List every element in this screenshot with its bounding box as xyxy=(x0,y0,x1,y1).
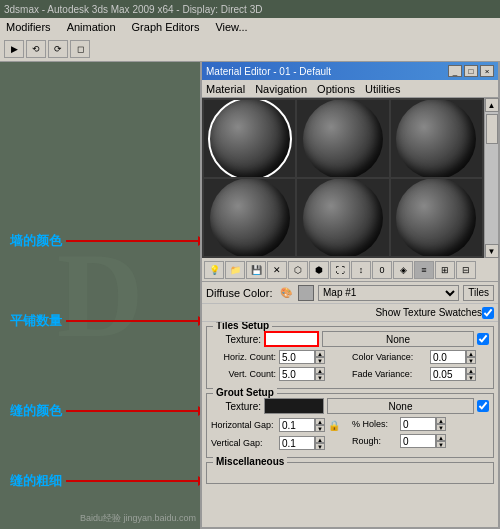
menu-modifiers[interactable]: Modifiers xyxy=(4,21,53,33)
pct-holes-input[interactable] xyxy=(400,417,436,431)
sphere-cell-5[interactable] xyxy=(297,179,388,256)
fade-variance-input[interactable] xyxy=(430,367,466,381)
vert-gap-input[interactable] xyxy=(279,436,315,450)
win-maximize-btn[interactable]: □ xyxy=(464,65,478,77)
grout-gap-right: % Holes: ▲ ▼ Rough: xyxy=(352,417,489,453)
mat-menu-utilities[interactable]: Utilities xyxy=(365,83,400,95)
horiz-count-input[interactable] xyxy=(279,350,315,364)
color-variance-down[interactable]: ▼ xyxy=(466,357,476,364)
pct-holes-btns: ▲ ▼ xyxy=(436,417,446,431)
rough-down[interactable]: ▼ xyxy=(436,441,446,448)
mat-menu-options[interactable]: Options xyxy=(317,83,355,95)
sphere-cell-4[interactable] xyxy=(204,179,295,256)
mat-tool-7[interactable]: ⛶ xyxy=(330,261,350,279)
fade-variance-up[interactable]: ▲ xyxy=(466,367,476,374)
sphere-cell-2[interactable] xyxy=(297,100,388,177)
mat-tool-5[interactable]: ⬡ xyxy=(288,261,308,279)
horiz-count-down[interactable]: ▼ xyxy=(315,357,325,364)
sphere-cell-1[interactable] xyxy=(204,100,295,177)
grout-texture-checkbox[interactable] xyxy=(477,400,489,412)
map-select[interactable]: Map #1 xyxy=(318,285,459,301)
menu-view[interactable]: View... xyxy=(213,21,249,33)
pct-holes-down[interactable]: ▼ xyxy=(436,424,446,431)
win-minimize-btn[interactable]: _ xyxy=(448,65,462,77)
mat-tool-9[interactable]: 0 xyxy=(372,261,392,279)
mat-tool-2[interactable]: 📁 xyxy=(225,261,245,279)
vert-count-row: Vert. Count: ▲ ▼ xyxy=(211,367,348,381)
tiles-count-row: Horiz. Count: ▲ ▼ Vert. Count: xyxy=(211,350,489,384)
diffuse-icon: 🎨 xyxy=(280,287,292,298)
mat-menu-material[interactable]: Material xyxy=(206,83,245,95)
title-text: 3dsmax - Autodesk 3ds Max 2009 x64 - Dis… xyxy=(4,4,262,15)
tiles-none-btn[interactable]: None xyxy=(322,331,474,347)
tiles-texture-input[interactable] xyxy=(264,331,319,347)
vert-count-label: Vert. Count: xyxy=(211,369,276,379)
horiz-gap-spinner: ▲ ▼ xyxy=(279,418,325,432)
tiles-button[interactable]: Tiles xyxy=(463,285,494,301)
tiles-count-left: Horiz. Count: ▲ ▼ Vert. Count: xyxy=(211,350,348,384)
sphere-cell-6[interactable] xyxy=(391,179,482,256)
sphere-5 xyxy=(303,179,383,256)
fade-variance-down[interactable]: ▼ xyxy=(466,374,476,381)
pct-holes-up[interactable]: ▲ xyxy=(436,417,446,424)
show-texture-row: Show Texture Swatches xyxy=(202,304,498,322)
rough-input[interactable] xyxy=(400,434,436,448)
horiz-count-up[interactable]: ▲ xyxy=(315,350,325,357)
toolbar-btn-3[interactable]: ⟳ xyxy=(48,40,68,58)
horiz-gap-input[interactable] xyxy=(279,418,315,432)
misc-group: Miscellaneous xyxy=(206,462,494,484)
scroll-thumb[interactable] xyxy=(486,114,498,144)
grout-setup-group: Grout Setup Texture: None Horizontal Gap… xyxy=(206,393,494,458)
vert-gap-spinner: ▲ ▼ xyxy=(279,436,325,450)
toolbar-btn-4[interactable]: ◻ xyxy=(70,40,90,58)
grout-texture-input[interactable] xyxy=(264,398,324,414)
grout-none-btn[interactable]: None xyxy=(327,398,474,414)
horiz-gap-label: Horizontal Gap: xyxy=(211,420,276,430)
color-variance-up[interactable]: ▲ xyxy=(466,350,476,357)
sphere-cell-3[interactable] xyxy=(391,100,482,177)
mat-title-text: Material Editor - 01 - Default xyxy=(206,66,331,77)
mat-menu-bar: Material Navigation Options Utilities xyxy=(202,80,498,98)
win-close-btn[interactable]: × xyxy=(480,65,494,77)
horiz-gap-up[interactable]: ▲ xyxy=(315,418,325,425)
mat-menu-navigation[interactable]: Navigation xyxy=(255,83,307,95)
annotation-wall-color-text: 墙的颜色 xyxy=(10,232,62,250)
scroll-up-btn[interactable]: ▲ xyxy=(485,98,499,112)
vert-gap-up[interactable]: ▲ xyxy=(315,436,325,443)
grout-texture-row: Texture: None xyxy=(211,398,489,414)
toolbar-btn-1[interactable]: ▶ xyxy=(4,40,24,58)
diffuse-color-swatch[interactable] xyxy=(298,285,314,301)
rough-up[interactable]: ▲ xyxy=(436,434,446,441)
mat-tool-12[interactable]: ⊞ xyxy=(435,261,455,279)
sphere-1 xyxy=(210,100,290,177)
mat-tool-1[interactable]: 💡 xyxy=(204,261,224,279)
mat-tool-10[interactable]: ◈ xyxy=(393,261,413,279)
gap-lock-icon[interactable]: 🔒 xyxy=(328,417,340,433)
menu-animation[interactable]: Animation xyxy=(65,21,118,33)
menu-graph-editors[interactable]: Graph Editors xyxy=(130,21,202,33)
mat-tool-4[interactable]: ✕ xyxy=(267,261,287,279)
color-variance-label: Color Variance: xyxy=(352,352,427,362)
vert-count-up[interactable]: ▲ xyxy=(315,367,325,374)
mat-tool-13[interactable]: ⊟ xyxy=(456,261,476,279)
toolbar: ▶ ⟲ ⟳ ◻ xyxy=(0,36,500,62)
color-variance-input[interactable] xyxy=(430,350,466,364)
tiles-texture-checkbox[interactable] xyxy=(477,333,489,345)
mat-tool-11[interactable]: ≡ xyxy=(414,261,434,279)
toolbar-btn-2[interactable]: ⟲ xyxy=(26,40,46,58)
vert-gap-down[interactable]: ▼ xyxy=(315,443,325,450)
vert-gap-label: Vertical Gap: xyxy=(211,438,276,448)
vert-count-down[interactable]: ▼ xyxy=(315,374,325,381)
mat-tool-3[interactable]: 💾 xyxy=(246,261,266,279)
mat-tool-6[interactable]: ⬢ xyxy=(309,261,329,279)
horiz-gap-down[interactable]: ▼ xyxy=(315,425,325,432)
tiles-texture-row: Texture: None xyxy=(211,331,489,347)
sphere-3 xyxy=(396,100,476,177)
scroll-down-btn[interactable]: ▼ xyxy=(485,244,499,258)
show-texture-checkbox[interactable] xyxy=(482,307,494,319)
spheres-container: ▲ ▼ xyxy=(202,98,498,258)
rough-spinner: ▲ ▼ xyxy=(400,434,446,448)
rough-label: Rough: xyxy=(352,436,397,446)
mat-tool-8[interactable]: ↕ xyxy=(351,261,371,279)
vert-count-input[interactable] xyxy=(279,367,315,381)
